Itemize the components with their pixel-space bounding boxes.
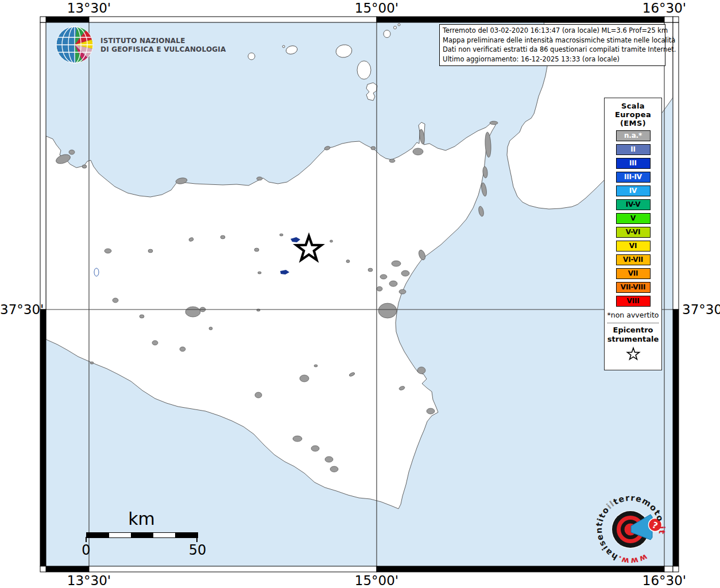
legend-swatch-III: III — [616, 158, 651, 169]
scale-bar-unit: km — [86, 509, 197, 529]
legend-swatch-VIII: VIII — [616, 296, 651, 307]
axis-label-left: 37°30' — [0, 302, 37, 317]
scale-start-label: 0 — [82, 542, 90, 558]
scale-segment — [109, 533, 131, 537]
legend-swatch-VI-VII: VI-VII — [616, 254, 651, 265]
scale-tick-end — [196, 537, 198, 542]
legend-swatch-VI: VI — [616, 241, 651, 252]
legend-epicenter-line2: strumentale — [605, 335, 661, 344]
ingv-branding: ISTITUTO NAZIONALE DI GEOFISICA E VULCAN… — [55, 25, 231, 64]
info-line-updated: Ultimo aggiornamento: 16-12-2025 13:33 (… — [443, 55, 649, 64]
legend-swatch-III-IV: III-IV — [616, 172, 651, 183]
macroseismic-map-page: 13°30' 15°00' 16°30' 13°30' 15°00' 16°30… — [0, 0, 720, 588]
ingv-name-line1: ISTITUTO NAZIONALE — [100, 36, 226, 45]
wm-www: www. — [616, 552, 649, 566]
legend-epicenter-line1: Epicentro — [605, 326, 661, 335]
scale-end-label: 50 — [189, 542, 207, 558]
scale-segment — [175, 533, 198, 537]
legend-swatch-IV-V: IV-V — [616, 199, 651, 210]
legend-epicenter-label: Epicentro strumentale — [605, 326, 661, 344]
axis-label-bottom-left: 13°30' — [49, 573, 129, 588]
axis-label-top-left: 13°30' — [49, 1, 129, 16]
scale-bar: km 0 50 — [86, 509, 197, 562]
axis-label-bottom-center: 15°00' — [336, 573, 417, 588]
ingv-institute-name: ISTITUTO NAZIONALE DI GEOFISICA E VULCAN… — [100, 36, 226, 54]
earthquake-info-box: Terremoto del 03-02-2020 16:13:47 (ora l… — [439, 24, 665, 66]
scale-bar-segments — [86, 532, 198, 538]
legend-title: Scala Europea (EMS) — [605, 102, 661, 127]
wm-it: .it — [657, 521, 667, 535]
scale-segment — [153, 533, 176, 537]
axis-label-bottom-right: 16°30' — [624, 573, 704, 588]
ingv-name-line2: DI GEOFISICA E VULCANOLOGIA — [100, 45, 226, 54]
axis-label-top-center: 15°00' — [336, 1, 417, 16]
legend-swatch-VII-VIII: VII-VIII — [616, 282, 651, 293]
intensity-legend: Scala Europea (EMS) n.a.*IIIIIIII-IVIVIV… — [604, 98, 662, 370]
scale-tick-start — [86, 537, 87, 542]
legend-title-line2: Europea — [605, 110, 661, 119]
legend-divider — [607, 323, 659, 323]
scale-segment — [87, 533, 109, 537]
legend-title-line3: (EMS) — [605, 119, 661, 127]
legend-swatches: n.a.*IIIIIIII-IVIVIV-VVV-VIVIVI-VIIVIIVI… — [605, 130, 661, 307]
info-line-maptype: Mappa preliminare delle intensità macros… — [443, 36, 649, 45]
legend-swatch-V: V — [616, 213, 651, 224]
haisentitoilterremoto-logo: ? www.haisentitoilterremoto.it — [595, 493, 669, 568]
info-line-event: Terremoto del 03-02-2020 16:13:47 (ora l… — [443, 26, 649, 36]
legend-swatch-IV: IV — [616, 185, 651, 196]
legend-swatch-n.a.*: n.a.* — [616, 130, 651, 141]
ingv-globe-icon — [55, 25, 94, 64]
legend-swatch-V-VI: V-VI — [616, 227, 651, 238]
legend-footnote: *non avvertito — [605, 311, 661, 319]
legend-epicenter-star-icon — [625, 346, 641, 362]
legend-swatch-VII: VII — [616, 268, 651, 279]
legend-title-line1: Scala — [605, 102, 661, 110]
legend-swatch-II: II — [616, 144, 651, 155]
info-line-source: Dati non verificati estratti da 86 quest… — [443, 45, 649, 55]
scale-segment — [131, 533, 153, 537]
axis-label-top-right: 16°30' — [624, 1, 704, 16]
axis-label-right: 37°30' — [682, 302, 720, 317]
